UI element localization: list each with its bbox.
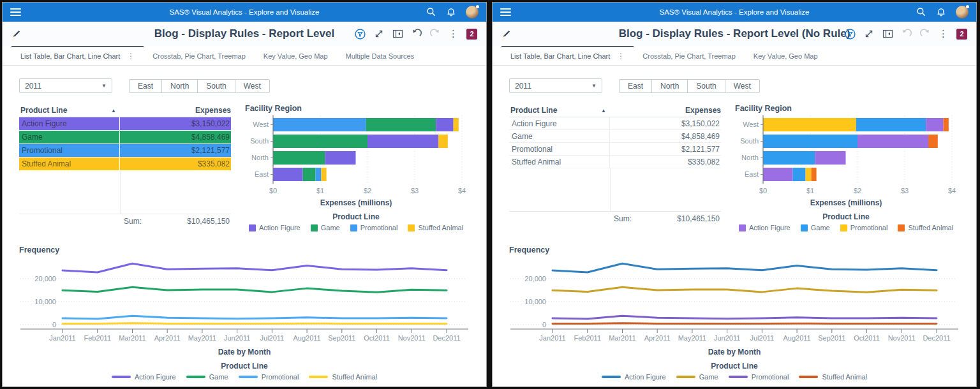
bar-segment-south-stuffed-animal[interactable]: [438, 135, 448, 148]
legend-item-promotional[interactable]: Promotional: [350, 224, 398, 231]
table-row[interactable]: Action Figure$3,150,022: [19, 117, 231, 130]
bar-chart-plot[interactable]: WestSouthNorthEast$0$1$2$3$4: [245, 115, 467, 197]
table-row[interactable]: Promotional$2,121,577: [509, 143, 721, 156]
tab-key-value-geo-map[interactable]: Key Value, Geo Map: [745, 46, 827, 65]
bar-segment-west-promotional[interactable]: [763, 118, 856, 131]
tab-crosstab-pie-chart-treemap[interactable]: Crosstab, Pie Chart, Treemap: [634, 46, 745, 65]
bar-segment-east-game[interactable]: [793, 168, 806, 181]
region-button-north[interactable]: North: [161, 79, 198, 93]
bar-segment-west-stuffed-animal[interactable]: [454, 118, 459, 131]
bar-segment-west-promotional[interactable]: [273, 118, 366, 131]
maximize-icon[interactable]: [864, 29, 874, 39]
legend-item-action-figure[interactable]: Action Figure: [112, 373, 176, 381]
line-series-stuffed-animal[interactable]: [63, 323, 447, 324]
bar-segment-south-action-figure[interactable]: [858, 135, 928, 148]
bar-segment-east-stuffed-animal[interactable]: [811, 168, 816, 181]
region-button-west[interactable]: West: [725, 79, 760, 93]
bar-segment-north-game[interactable]: [763, 151, 815, 165]
legend-item-stuffed-animal[interactable]: Stuffed Animal: [898, 224, 953, 231]
region-button-south[interactable]: South: [197, 79, 235, 93]
line-series-promotional[interactable]: [63, 316, 447, 319]
bar-chart-plot[interactable]: WestSouthNorthEast$0$1$2$3$4: [735, 115, 957, 197]
table-row[interactable]: Action Figure$3,150,022: [509, 117, 721, 130]
more-options-icon[interactable]: ⋮: [939, 29, 948, 39]
bar-segment-east-promotional[interactable]: [806, 168, 812, 181]
bar-segment-east-stuffed-animal[interactable]: [321, 168, 326, 181]
search-icon[interactable]: [916, 7, 926, 17]
bar-segment-west-action-figure[interactable]: [926, 118, 943, 131]
line-series-game[interactable]: [63, 287, 447, 292]
tab-key-value-geo-map[interactable]: Key Value, Geo Map: [255, 46, 337, 65]
region-button-west[interactable]: West: [235, 79, 270, 93]
legend-item-stuffed-animal[interactable]: Stuffed Animal: [408, 224, 463, 231]
legend-item-game[interactable]: Game: [801, 224, 830, 231]
alert-count-badge[interactable]: 2: [956, 29, 967, 40]
redo-icon[interactable]: [920, 29, 930, 39]
tab-list-table-bar-chart-line-chart[interactable]: List Table, Bar Chart, Line Chart⋮: [501, 46, 634, 65]
table-row[interactable]: Stuffed Animal$335,082: [509, 156, 721, 168]
panel-toggle-icon[interactable]: [882, 29, 893, 39]
bar-segment-west-action-figure[interactable]: [436, 118, 453, 131]
menu-icon[interactable]: [10, 8, 21, 16]
table-header[interactable]: Product Line▲ Expenses: [509, 104, 721, 117]
region-button-east[interactable]: East: [619, 79, 652, 93]
bar-segment-north-action-figure[interactable]: [815, 151, 845, 165]
panel-toggle-icon[interactable]: [392, 29, 403, 39]
menu-icon[interactable]: [500, 8, 511, 16]
legend-item-action-figure[interactable]: Action Figure: [249, 224, 301, 231]
bar-segment-east-action-figure[interactable]: [763, 168, 793, 181]
year-dropdown[interactable]: 2011 ▼: [19, 78, 112, 93]
tab-options-icon[interactable]: ⋮: [127, 52, 135, 61]
bar-segment-south-action-figure[interactable]: [368, 135, 438, 148]
legend-item-promotional[interactable]: Promotional: [840, 224, 888, 231]
legend-item-action-figure[interactable]: Action Figure: [739, 224, 791, 231]
legend-item-game[interactable]: Game: [676, 373, 718, 381]
region-button-north[interactable]: North: [651, 79, 688, 93]
user-avatar[interactable]: [466, 6, 479, 18]
legend-item-game[interactable]: Game: [186, 373, 228, 381]
tab-options-icon[interactable]: ⋮: [617, 52, 625, 61]
bar-segment-south-game[interactable]: [763, 135, 858, 148]
table-header[interactable]: Product Line▲ Expenses: [19, 104, 231, 117]
line-series-promotional[interactable]: [553, 316, 937, 319]
legend-item-stuffed-animal[interactable]: Stuffed Animal: [309, 373, 377, 381]
maximize-icon[interactable]: [374, 29, 384, 39]
legend-item-stuffed-animal[interactable]: Stuffed Animal: [799, 373, 867, 381]
year-dropdown[interactable]: 2011 ▼: [509, 78, 602, 93]
undo-icon[interactable]: [412, 29, 422, 39]
alert-count-badge[interactable]: 2: [466, 29, 477, 40]
line-series-stuffed-animal[interactable]: [553, 323, 937, 324]
region-button-east[interactable]: East: [129, 79, 162, 93]
tab-multiple-data-sources[interactable]: Multiple Data Sources: [337, 46, 424, 65]
bar-segment-east-game[interactable]: [303, 168, 316, 181]
search-icon[interactable]: [426, 7, 436, 17]
bar-segment-north-action-figure[interactable]: [325, 151, 355, 165]
bar-segment-south-game[interactable]: [273, 135, 368, 148]
tab-list-table-bar-chart-line-chart[interactable]: List Table, Bar Chart, Line Chart⋮: [11, 46, 144, 65]
bar-segment-east-promotional[interactable]: [316, 168, 322, 181]
bar-segment-north-game[interactable]: [273, 151, 325, 165]
notifications-bell-icon[interactable]: [936, 7, 946, 17]
region-button-south[interactable]: South: [687, 79, 725, 93]
line-series-action-figure[interactable]: [553, 263, 937, 272]
line-chart-plot[interactable]: 010,00020,000Jan2011Feb2011Mar2011Apr201…: [509, 257, 960, 346]
bar-segment-south-stuffed-animal[interactable]: [928, 135, 938, 148]
redo-icon[interactable]: [430, 29, 440, 39]
table-row[interactable]: Game$4,858,469: [509, 130, 721, 143]
bar-segment-east-action-figure[interactable]: [273, 168, 303, 181]
filter-icon[interactable]: [845, 29, 856, 40]
line-chart-plot[interactable]: 010,00020,000Jan2011Feb2011Mar2011Apr201…: [19, 257, 470, 346]
user-avatar[interactable]: [956, 6, 969, 18]
more-options-icon[interactable]: ⋮: [449, 29, 458, 39]
bar-segment-west-game[interactable]: [856, 118, 926, 131]
line-series-game[interactable]: [553, 287, 937, 292]
legend-item-game[interactable]: Game: [311, 224, 340, 231]
bar-segment-west-game[interactable]: [366, 118, 436, 131]
legend-item-promotional[interactable]: Promotional: [239, 373, 299, 381]
tab-crosstab-pie-chart-treemap[interactable]: Crosstab, Pie Chart, Treemap: [144, 46, 255, 65]
filter-icon[interactable]: [355, 29, 366, 40]
legend-item-action-figure[interactable]: Action Figure: [602, 373, 666, 381]
undo-icon[interactable]: [902, 29, 912, 39]
legend-item-promotional[interactable]: Promotional: [729, 373, 789, 381]
table-row[interactable]: Game$4,858,469: [19, 131, 231, 143]
